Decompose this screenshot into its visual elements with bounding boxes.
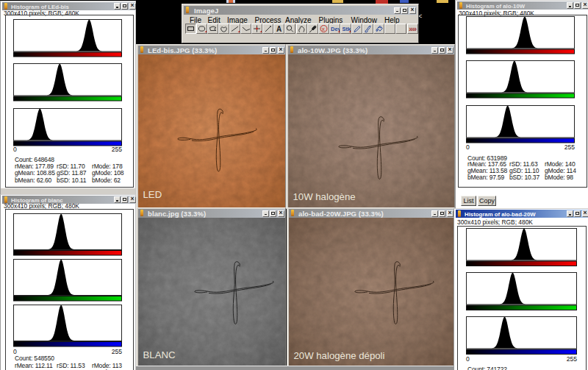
svg-text:x: x xyxy=(321,26,324,32)
svg-text:Dev: Dev xyxy=(331,26,340,32)
svg-text:Stk: Stk xyxy=(342,26,351,32)
svg-text:A: A xyxy=(276,25,282,33)
